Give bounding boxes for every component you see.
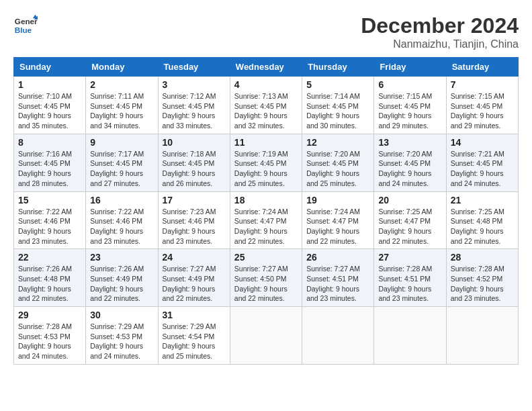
calendar-cell: 14Sunrise: 7:21 AMSunset: 4:45 PMDayligh… xyxy=(446,134,518,191)
day-number: 31 xyxy=(163,310,226,320)
day-number: 25 xyxy=(234,252,298,263)
day-detail: Sunrise: 7:28 AMSunset: 4:53 PMDaylight:… xyxy=(18,322,81,361)
day-number: 27 xyxy=(378,252,441,263)
calendar-cell: 31Sunrise: 7:29 AMSunset: 4:54 PMDayligh… xyxy=(158,307,230,365)
day-number: 24 xyxy=(163,252,226,263)
day-detail: Sunrise: 7:12 AMSunset: 4:45 PMDaylight:… xyxy=(163,91,226,131)
month-title: December 2024 xyxy=(361,13,519,38)
calendar-cell xyxy=(446,307,518,365)
day-number: 10 xyxy=(163,137,226,148)
day-detail: Sunrise: 7:13 AMSunset: 4:45 PMDaylight:… xyxy=(234,91,298,131)
day-number: 13 xyxy=(378,137,441,148)
calendar-cell: 19Sunrise: 7:24 AMSunset: 4:47 PMDayligh… xyxy=(302,191,374,249)
calendar-cell: 8Sunrise: 7:16 AMSunset: 4:45 PMDaylight… xyxy=(14,134,86,191)
calendar-cell: 21Sunrise: 7:25 AMSunset: 4:48 PMDayligh… xyxy=(446,191,518,249)
calendar-cell: 25Sunrise: 7:27 AMSunset: 4:50 PMDayligh… xyxy=(230,249,302,307)
weekday-header: Wednesday xyxy=(230,58,302,77)
day-number: 23 xyxy=(90,252,153,263)
calendar-cell: 24Sunrise: 7:27 AMSunset: 4:49 PMDayligh… xyxy=(158,249,230,307)
day-number: 16 xyxy=(90,195,153,205)
day-detail: Sunrise: 7:29 AMSunset: 4:54 PMDaylight:… xyxy=(163,322,226,361)
page-header: General Blue December 2024 Nanmaizhu, Ti… xyxy=(13,13,519,50)
day-detail: Sunrise: 7:26 AMSunset: 4:49 PMDaylight:… xyxy=(90,264,153,304)
day-number: 29 xyxy=(18,310,81,320)
day-number: 12 xyxy=(306,137,369,148)
calendar-cell: 26Sunrise: 7:27 AMSunset: 4:51 PMDayligh… xyxy=(302,249,374,307)
day-detail: Sunrise: 7:16 AMSunset: 4:45 PMDaylight:… xyxy=(18,149,81,189)
calendar-cell: 28Sunrise: 7:28 AMSunset: 4:52 PMDayligh… xyxy=(446,249,518,307)
weekday-header-row: SundayMondayTuesdayWednesdayThursdayFrid… xyxy=(14,58,519,77)
day-detail: Sunrise: 7:18 AMSunset: 4:45 PMDaylight:… xyxy=(163,149,226,189)
calendar-cell: 27Sunrise: 7:28 AMSunset: 4:51 PMDayligh… xyxy=(374,249,446,307)
calendar-cell: 29Sunrise: 7:28 AMSunset: 4:53 PMDayligh… xyxy=(14,307,86,365)
day-detail: Sunrise: 7:25 AMSunset: 4:48 PMDaylight:… xyxy=(451,207,514,246)
day-detail: Sunrise: 7:27 AMSunset: 4:51 PMDaylight:… xyxy=(306,264,369,304)
calendar-week-row: 1Sunrise: 7:10 AMSunset: 4:45 PMDaylight… xyxy=(14,77,519,134)
day-detail: Sunrise: 7:26 AMSunset: 4:48 PMDaylight:… xyxy=(18,264,81,304)
weekday-header: Monday xyxy=(86,58,158,77)
day-detail: Sunrise: 7:25 AMSunset: 4:47 PMDaylight:… xyxy=(378,207,441,246)
calendar-cell: 7Sunrise: 7:15 AMSunset: 4:45 PMDaylight… xyxy=(446,77,518,134)
calendar-cell: 10Sunrise: 7:18 AMSunset: 4:45 PMDayligh… xyxy=(158,134,230,191)
day-detail: Sunrise: 7:29 AMSunset: 4:53 PMDaylight:… xyxy=(90,322,153,361)
day-number: 15 xyxy=(18,195,81,205)
calendar-cell xyxy=(230,307,302,365)
day-number: 6 xyxy=(378,79,441,90)
day-number: 11 xyxy=(234,137,298,148)
calendar-cell: 16Sunrise: 7:22 AMSunset: 4:46 PMDayligh… xyxy=(86,191,158,249)
title-block: December 2024 Nanmaizhu, Tianjin, China xyxy=(361,13,519,50)
day-number: 14 xyxy=(451,137,514,148)
day-detail: Sunrise: 7:14 AMSunset: 4:45 PMDaylight:… xyxy=(306,91,369,131)
day-number: 22 xyxy=(18,252,81,263)
calendar-cell xyxy=(302,307,374,365)
day-number: 18 xyxy=(234,195,298,205)
weekday-header: Thursday xyxy=(302,58,374,77)
weekday-header: Saturday xyxy=(446,58,518,77)
calendar-table: SundayMondayTuesdayWednesdayThursdayFrid… xyxy=(13,57,519,365)
day-detail: Sunrise: 7:11 AMSunset: 4:45 PMDaylight:… xyxy=(90,91,153,131)
day-detail: Sunrise: 7:20 AMSunset: 4:45 PMDaylight:… xyxy=(378,149,441,189)
day-number: 3 xyxy=(163,79,226,90)
calendar-week-row: 8Sunrise: 7:16 AMSunset: 4:45 PMDaylight… xyxy=(14,134,519,191)
day-number: 28 xyxy=(451,252,514,263)
day-detail: Sunrise: 7:15 AMSunset: 4:45 PMDaylight:… xyxy=(451,91,514,131)
day-number: 21 xyxy=(451,195,514,205)
calendar-cell: 5Sunrise: 7:14 AMSunset: 4:45 PMDaylight… xyxy=(302,77,374,134)
day-number: 17 xyxy=(163,195,226,205)
day-detail: Sunrise: 7:22 AMSunset: 4:46 PMDaylight:… xyxy=(18,207,81,246)
calendar-cell: 4Sunrise: 7:13 AMSunset: 4:45 PMDaylight… xyxy=(230,77,302,134)
day-number: 19 xyxy=(306,195,369,205)
calendar-cell: 20Sunrise: 7:25 AMSunset: 4:47 PMDayligh… xyxy=(374,191,446,249)
day-number: 26 xyxy=(306,252,369,263)
day-detail: Sunrise: 7:28 AMSunset: 4:51 PMDaylight:… xyxy=(378,264,441,304)
day-detail: Sunrise: 7:19 AMSunset: 4:45 PMDaylight:… xyxy=(234,149,298,189)
calendar-cell: 13Sunrise: 7:20 AMSunset: 4:45 PMDayligh… xyxy=(374,134,446,191)
logo: General Blue xyxy=(13,13,38,38)
calendar-cell: 9Sunrise: 7:17 AMSunset: 4:45 PMDaylight… xyxy=(86,134,158,191)
calendar-cell: 30Sunrise: 7:29 AMSunset: 4:53 PMDayligh… xyxy=(86,307,158,365)
calendar-cell: 18Sunrise: 7:24 AMSunset: 4:47 PMDayligh… xyxy=(230,191,302,249)
day-detail: Sunrise: 7:24 AMSunset: 4:47 PMDaylight:… xyxy=(306,207,369,246)
calendar-cell: 1Sunrise: 7:10 AMSunset: 4:45 PMDaylight… xyxy=(14,77,86,134)
day-detail: Sunrise: 7:28 AMSunset: 4:52 PMDaylight:… xyxy=(451,264,514,304)
weekday-header: Friday xyxy=(374,58,446,77)
day-detail: Sunrise: 7:22 AMSunset: 4:46 PMDaylight:… xyxy=(90,207,153,246)
day-number: 7 xyxy=(451,79,514,90)
weekday-header: Sunday xyxy=(14,58,86,77)
day-detail: Sunrise: 7:27 AMSunset: 4:50 PMDaylight:… xyxy=(234,264,298,304)
day-detail: Sunrise: 7:21 AMSunset: 4:45 PMDaylight:… xyxy=(451,149,514,189)
day-detail: Sunrise: 7:15 AMSunset: 4:45 PMDaylight:… xyxy=(378,91,441,131)
calendar-cell: 22Sunrise: 7:26 AMSunset: 4:48 PMDayligh… xyxy=(14,249,86,307)
calendar-cell: 3Sunrise: 7:12 AMSunset: 4:45 PMDaylight… xyxy=(158,77,230,134)
day-number: 8 xyxy=(18,137,81,148)
logo-icon: General Blue xyxy=(13,13,38,38)
calendar-cell: 23Sunrise: 7:26 AMSunset: 4:49 PMDayligh… xyxy=(86,249,158,307)
day-number: 1 xyxy=(18,79,81,90)
day-number: 20 xyxy=(378,195,441,205)
svg-text:Blue: Blue xyxy=(15,26,32,34)
calendar-cell: 12Sunrise: 7:20 AMSunset: 4:45 PMDayligh… xyxy=(302,134,374,191)
calendar-week-row: 29Sunrise: 7:28 AMSunset: 4:53 PMDayligh… xyxy=(14,307,519,365)
calendar-cell: 15Sunrise: 7:22 AMSunset: 4:46 PMDayligh… xyxy=(14,191,86,249)
day-detail: Sunrise: 7:23 AMSunset: 4:46 PMDaylight:… xyxy=(163,207,226,246)
day-detail: Sunrise: 7:20 AMSunset: 4:45 PMDaylight:… xyxy=(306,149,369,189)
